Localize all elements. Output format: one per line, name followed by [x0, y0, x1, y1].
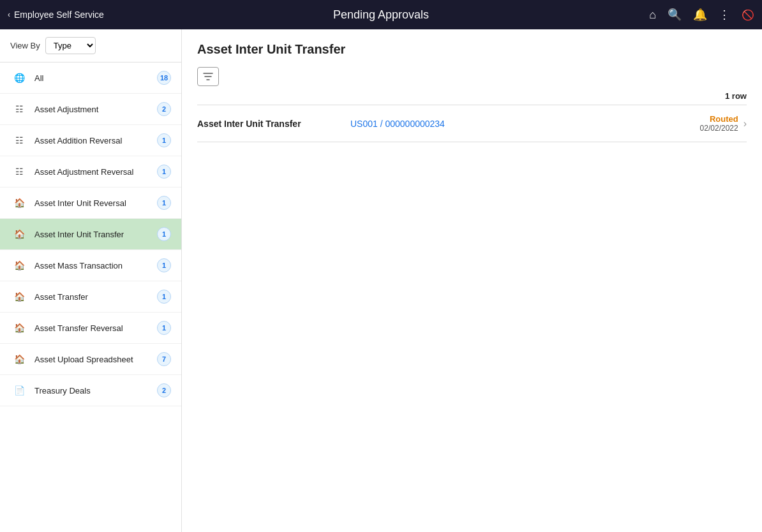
sidebar-item-badge: 2 [157, 102, 171, 116]
back-button[interactable]: ‹ Employee Self Service [8, 10, 104, 20]
back-label: Employee Self Service [14, 10, 104, 20]
block-icon[interactable]: 🚫 [742, 9, 754, 21]
sidebar-item-treasury-deals[interactable]: 📄 Treasury Deals 2 [0, 375, 181, 406]
asset-mass-transaction-icon: 🏠 [10, 256, 28, 274]
asset-transfer-reversal-icon: 🏠 [10, 319, 28, 337]
treasury-deals-icon: 📄 [10, 381, 28, 399]
result-item[interactable]: Asset Inter Unit Transfer US001 / 000000… [197, 105, 747, 142]
sidebar-item-badge: 7 [157, 352, 171, 366]
asset-transfer-icon: 🏠 [10, 288, 28, 306]
sidebar-item-asset-adjustment-reversal[interactable]: ☷ Asset Adjustment Reversal 1 [0, 156, 181, 188]
sidebar-item-label: Asset Adjustment Reversal [34, 167, 151, 177]
sidebar-items-container: 🌐 All 18 ☷ Asset Adjustment 2 ☷ Asset Ad… [0, 63, 181, 406]
sidebar-item-badge: 1 [157, 227, 171, 241]
chevron-right-icon: › [743, 118, 747, 129]
sidebar-item-badge: 18 [157, 71, 171, 85]
sidebar-item-badge: 1 [157, 165, 171, 179]
main-layout: View By Type Date Priority 🌐 All 18 ☷ As… [0, 29, 762, 532]
sidebar-item-badge: 1 [157, 196, 171, 210]
sidebar-item-asset-transfer-reversal[interactable]: 🏠 Asset Transfer Reversal 1 [0, 313, 181, 344]
sidebar-item-label: Asset Mass Transaction [34, 261, 151, 270]
sidebar-item-all[interactable]: 🌐 All 18 [0, 63, 181, 94]
viewby-select[interactable]: Type Date Priority [45, 37, 96, 54]
sidebar-item-label: Treasury Deals [34, 386, 151, 395]
sidebar-item-asset-inter-unit-transfer[interactable]: 🏠 Asset Inter Unit Transfer 1 [0, 219, 181, 250]
sidebar-item-asset-adjustment[interactable]: ☷ Asset Adjustment 2 [0, 94, 181, 125]
sidebar-item-badge: 1 [157, 321, 171, 335]
asset-inter-unit-transfer-icon: 🏠 [10, 225, 28, 243]
sidebar-item-label: Asset Transfer Reversal [34, 323, 151, 333]
viewby-row: View By Type Date Priority [0, 29, 181, 63]
sidebar-item-asset-inter-unit-reversal[interactable]: 🏠 Asset Inter Unit Reversal 1 [0, 188, 181, 219]
sidebar-item-badge: 1 [157, 290, 171, 304]
row-count: 1 row [197, 91, 747, 101]
asset-adjustment-icon: ☷ [10, 100, 28, 118]
sidebar-item-label: Asset Inter Unit Reversal [34, 198, 151, 208]
sidebar-item-label: Asset Adjustment [34, 105, 151, 114]
sidebar-item-asset-upload-spreadsheet[interactable]: 🏠 Asset Upload Spreadsheet 7 [0, 344, 181, 375]
sidebar-item-label: Asset Inter Unit Transfer [34, 230, 151, 239]
asset-inter-unit-reversal-icon: 🏠 [10, 194, 28, 212]
page-title: Pending Approvals [333, 8, 429, 22]
asset-addition-reversal-icon: ☷ [10, 131, 28, 149]
sidebar-item-asset-addition-reversal[interactable]: ☷ Asset Addition Reversal 1 [0, 125, 181, 156]
result-name: Asset Inter Unit Transfer [197, 119, 350, 129]
main-content: Asset Inter Unit Transfer 1 row Asset In… [182, 29, 762, 532]
sidebar-item-asset-transfer[interactable]: 🏠 Asset Transfer 1 [0, 281, 181, 313]
sidebar-item-asset-mass-transaction[interactable]: 🏠 Asset Mass Transaction 1 [0, 250, 181, 281]
result-date: 02/02/2022 [700, 124, 738, 133]
sidebar-item-label: Asset Addition Reversal [34, 136, 151, 145]
sidebar: View By Type Date Priority 🌐 All 18 ☷ As… [0, 29, 182, 532]
filter-button[interactable] [197, 67, 219, 86]
topnav: ‹ Employee Self Service Pending Approval… [0, 0, 762, 29]
sidebar-item-badge: 2 [157, 383, 171, 397]
filter-icon [203, 71, 213, 82]
more-icon[interactable]: ⋮ [719, 8, 730, 22]
sidebar-item-label: All [34, 73, 151, 83]
sidebar-item-label: Asset Upload Spreadsheet [34, 355, 151, 364]
all-icon: 🌐 [10, 69, 28, 87]
search-icon[interactable]: 🔍 [668, 8, 682, 22]
home-icon[interactable]: ⌂ [649, 8, 656, 22]
bell-icon[interactable]: 🔔 [693, 8, 707, 22]
sidebar-item-label: Asset Transfer [34, 292, 151, 302]
asset-adjustment-reversal-icon: ☷ [10, 163, 28, 181]
sidebar-item-badge: 1 [157, 133, 171, 147]
result-status-wrap: Routed 02/02/2022 [700, 114, 738, 133]
result-id: US001 / 000000000234 [350, 119, 700, 129]
asset-upload-spreadsheet-icon: 🏠 [10, 350, 28, 368]
results-list: Asset Inter Unit Transfer US001 / 000000… [197, 105, 747, 142]
chevron-left-icon: ‹ [8, 10, 10, 19]
result-status: Routed [710, 114, 738, 124]
filter-bar [197, 67, 747, 86]
content-title: Asset Inter Unit Transfer [197, 42, 747, 57]
viewby-label: View By [10, 41, 40, 50]
sidebar-item-badge: 1 [157, 258, 171, 272]
topnav-icons: ⌂ 🔍 🔔 ⋮ 🚫 [649, 8, 754, 22]
